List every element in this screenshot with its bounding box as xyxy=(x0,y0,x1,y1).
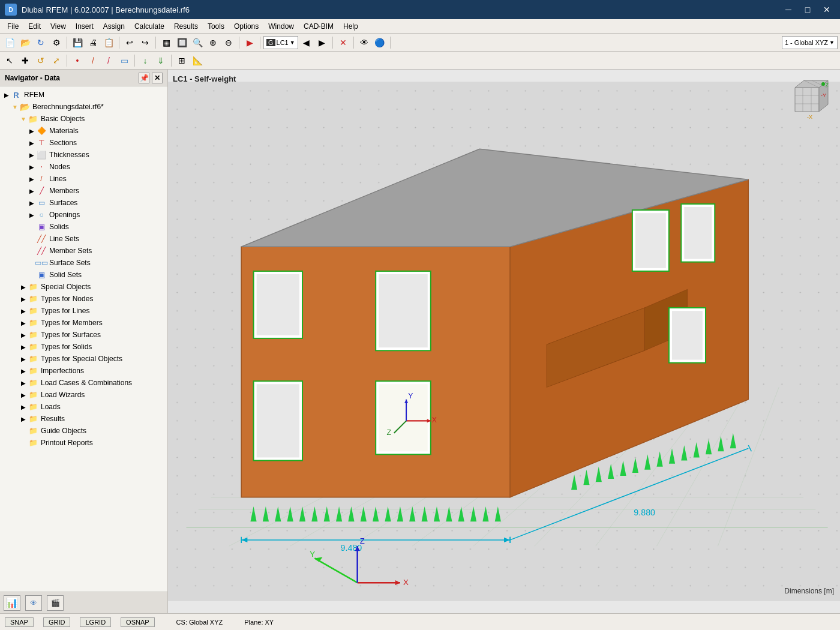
viewport[interactable]: LC1 - Self-weight -Y -X xyxy=(168,70,840,613)
tree-line-sets[interactable]: ╱╱ Line Sets xyxy=(0,233,167,245)
tree-rfem[interactable]: ▶ R RFEM xyxy=(0,89,167,101)
tree-special-objects[interactable]: ▶ 📁 Special Objects xyxy=(0,281,167,293)
refresh-button[interactable]: ↻ xyxy=(34,35,48,50)
menu-cad-bim[interactable]: CAD·BIM xyxy=(299,21,338,32)
tree-toggle-types-special[interactable]: ▶ xyxy=(19,355,28,363)
lc-next-button[interactable]: ▶ xyxy=(315,35,329,50)
tree-toggle-types-nodes[interactable]: ▶ xyxy=(19,295,28,303)
tree-types-members[interactable]: ▶ 📁 Types for Members xyxy=(0,317,167,329)
minimize-button[interactable]: ─ xyxy=(780,3,797,16)
scale-button[interactable]: ⤢ xyxy=(49,53,64,68)
menu-insert[interactable]: Insert xyxy=(71,21,98,32)
tree-toggle-members[interactable]: ▶ xyxy=(28,187,36,195)
title-bar-controls[interactable]: ─ □ ✕ xyxy=(780,3,835,16)
display2-button[interactable]: 🔵 xyxy=(373,35,387,50)
undo-button[interactable]: ↩ xyxy=(122,35,137,50)
tree-toggle-sections[interactable]: ▶ xyxy=(28,139,36,147)
nav-header-controls[interactable]: 📌 ✕ xyxy=(139,73,163,83)
tree-toggle-surfaces[interactable]: ▶ xyxy=(28,199,36,207)
lc-dropdown[interactable]: G LC1 ▼ xyxy=(263,36,298,49)
tree-basic-objects[interactable]: ▼ 📁 Basic Objects xyxy=(0,113,167,125)
measure-button[interactable]: 📐 xyxy=(190,53,205,68)
tree-lines[interactable]: ▶ / Lines xyxy=(0,173,167,185)
tree-toggle-loads[interactable]: ▶ xyxy=(19,403,28,411)
maximize-button[interactable]: □ xyxy=(799,3,816,16)
tree-toggle-types-lines[interactable]: ▶ xyxy=(19,307,28,315)
grid-button[interactable]: GRID xyxy=(43,617,71,627)
member-button[interactable]: / xyxy=(101,53,116,68)
tree-surface-sets[interactable]: ▭▭ Surface Sets xyxy=(0,257,167,269)
menu-help[interactable]: Help xyxy=(338,21,363,32)
tree-toggle-imperfections[interactable]: ▶ xyxy=(19,367,28,375)
tree-types-surfaces[interactable]: ▶ 📁 Types for Surfaces xyxy=(0,329,167,341)
snap-button[interactable]: ⊞ xyxy=(175,53,189,68)
tree-member-sets[interactable]: ╱╱ Member Sets xyxy=(0,245,167,257)
tree-toggle-thicknesses[interactable]: ▶ xyxy=(28,151,36,159)
tree-toggle-rfem[interactable]: ▶ xyxy=(2,91,11,99)
line-button[interactable]: / xyxy=(86,53,100,68)
tree-types-solids[interactable]: ▶ 📁 Types for Solids xyxy=(0,341,167,353)
tree-surfaces[interactable]: ▶ ▭ Surfaces xyxy=(0,197,167,209)
node-button[interactable]: • xyxy=(70,53,85,68)
tree-toggle-nodes[interactable]: ▶ xyxy=(28,163,36,171)
menu-assign[interactable]: Assign xyxy=(98,21,130,32)
load-button[interactable]: ↓ xyxy=(138,53,152,68)
tree-thicknesses[interactable]: ▶ ⬜ Thicknesses xyxy=(0,149,167,161)
surface-button[interactable]: ▭ xyxy=(117,53,131,68)
tree-types-lines[interactable]: ▶ 📁 Types for Lines xyxy=(0,305,167,317)
zoom2-button[interactable]: ⊕ xyxy=(206,35,220,50)
view3d-button[interactable]: 🔲 xyxy=(175,35,189,50)
grid-button[interactable]: ▦ xyxy=(159,35,173,50)
tree-toggle-types-solids[interactable]: ▶ xyxy=(19,343,28,351)
tree-toggle-results[interactable]: ▶ xyxy=(19,415,28,423)
tree-file[interactable]: ▼ 📂 Berechnungsdatei.rf6* xyxy=(0,101,167,113)
tree-toggle-types-surfaces[interactable]: ▶ xyxy=(19,331,28,339)
nav-display-button[interactable]: 👁 xyxy=(25,595,42,611)
nav-view-button[interactable]: 🎬 xyxy=(47,595,64,611)
tree-toggle-load-cases[interactable]: ▶ xyxy=(19,379,28,387)
tree-load-wizards[interactable]: ▶ 📁 Load Wizards xyxy=(0,389,167,401)
save-button[interactable]: 💾 xyxy=(70,35,85,50)
tree-members[interactable]: ▶ ╱ Members xyxy=(0,185,167,197)
redo-button[interactable]: ↪ xyxy=(138,35,152,50)
new-button[interactable]: 📄 xyxy=(2,35,17,50)
nav-pin-button[interactable]: 📌 xyxy=(139,73,149,83)
menu-tools[interactable]: Tools xyxy=(203,21,229,32)
tree-loads[interactable]: ▶ 📁 Loads xyxy=(0,401,167,413)
tree-toggle-file[interactable]: ▼ xyxy=(11,103,19,111)
rotate-button[interactable]: ↺ xyxy=(34,53,48,68)
load2-button[interactable]: ⇓ xyxy=(154,53,168,68)
tree-toggle-load-wizards[interactable]: ▶ xyxy=(19,391,28,399)
display-button[interactable]: 👁 xyxy=(357,35,371,50)
print2-button[interactable]: 📋 xyxy=(101,35,116,50)
cube-navigator[interactable]: -Y -X Z xyxy=(786,76,834,124)
select-button[interactable]: ↖ xyxy=(2,53,17,68)
tree-printout-reports[interactable]: 📁 Printout Reports xyxy=(0,437,167,449)
zoom3-button[interactable]: ⊖ xyxy=(221,35,236,50)
tree-imperfections[interactable]: ▶ 📁 Imperfections xyxy=(0,365,167,377)
tree-toggle-lines[interactable]: ▶ xyxy=(28,175,36,183)
tree-toggle-basic[interactable]: ▼ xyxy=(19,115,28,123)
close-button[interactable]: ✕ xyxy=(818,3,835,16)
tree-guide-objects[interactable]: 📁 Guide Objects xyxy=(0,425,167,437)
snap-button[interactable]: SNAP xyxy=(5,617,34,627)
cross-button[interactable]: ✕ xyxy=(336,35,350,50)
menu-file[interactable]: File xyxy=(2,21,23,32)
settings-button[interactable]: ⚙ xyxy=(49,35,64,50)
zoom-button[interactable]: 🔍 xyxy=(190,35,205,50)
tree-results[interactable]: ▶ 📁 Results xyxy=(0,413,167,425)
tree-solids[interactable]: ▣ Solids xyxy=(0,221,167,233)
tree-toggle-materials[interactable]: ▶ xyxy=(28,127,36,135)
menu-options[interactable]: Options xyxy=(229,21,263,32)
move-button[interactable]: ✚ xyxy=(18,53,32,68)
tree-toggle-special[interactable]: ▶ xyxy=(19,283,28,291)
tree-solid-sets[interactable]: ▣ Solid Sets xyxy=(0,269,167,281)
open-button[interactable]: 📂 xyxy=(18,35,32,50)
menu-results[interactable]: Results xyxy=(169,21,203,32)
tree-toggle-types-members[interactable]: ▶ xyxy=(19,319,28,327)
osnap-button[interactable]: OSNAP xyxy=(121,617,155,627)
tree-openings[interactable]: ▶ ○ Openings xyxy=(0,209,167,221)
tree-load-cases[interactable]: ▶ 📁 Load Cases & Combinations xyxy=(0,377,167,389)
coord-dropdown[interactable]: 1 - Global XYZ ▼ xyxy=(782,36,838,49)
menu-window[interactable]: Window xyxy=(263,21,299,32)
